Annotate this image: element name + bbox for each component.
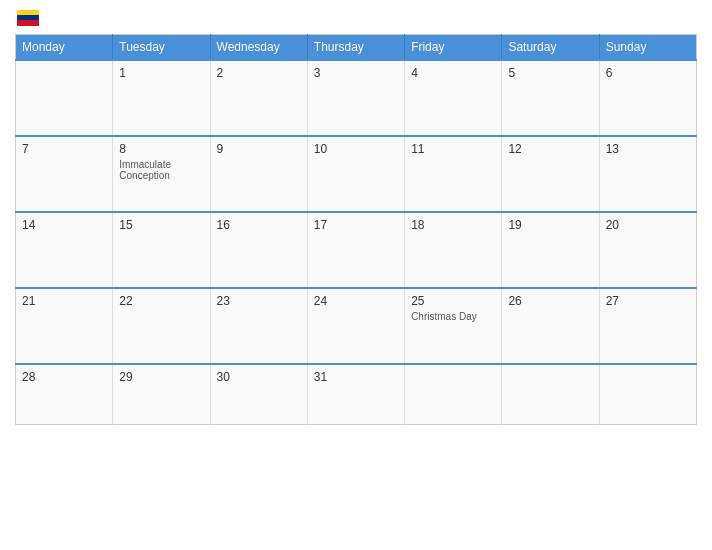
calendar-cell [16,60,113,136]
day-number: 6 [606,66,690,80]
calendar-cell: 6 [599,60,696,136]
day-number: 21 [22,294,106,308]
day-number: 30 [217,370,301,384]
day-number: 24 [314,294,398,308]
calendar-cell: 14 [16,212,113,288]
calendar-table: Monday Tuesday Wednesday Thursday Friday… [15,34,697,425]
holiday-label: Christmas Day [411,311,495,322]
day-number: 29 [119,370,203,384]
col-thursday: Thursday [307,35,404,61]
calendar-cell: 1 [113,60,210,136]
col-friday: Friday [405,35,502,61]
calendar-cell: 19 [502,212,599,288]
day-number: 17 [314,218,398,232]
logo [15,10,39,26]
day-number: 26 [508,294,592,308]
day-number: 22 [119,294,203,308]
day-number: 20 [606,218,690,232]
calendar-cell: 24 [307,288,404,364]
day-number: 7 [22,142,106,156]
calendar-cell: 18 [405,212,502,288]
calendar-cell: 4 [405,60,502,136]
day-number: 1 [119,66,203,80]
calendar-cell: 29 [113,364,210,424]
calendar-cell [599,364,696,424]
logo-flag-icon [17,10,39,26]
calendar-cell: 13 [599,136,696,212]
calendar-cell: 27 [599,288,696,364]
calendar-cell [405,364,502,424]
col-wednesday: Wednesday [210,35,307,61]
calendar-cell: 9 [210,136,307,212]
calendar-cell: 25Christmas Day [405,288,502,364]
svg-rect-2 [17,20,39,26]
day-number: 4 [411,66,495,80]
col-sunday: Sunday [599,35,696,61]
calendar-cell: 2 [210,60,307,136]
calendar-cell: 17 [307,212,404,288]
calendar-week-5: 28293031 [16,364,697,424]
calendar-cell: 11 [405,136,502,212]
calendar-cell: 20 [599,212,696,288]
calendar-week-4: 2122232425Christmas Day2627 [16,288,697,364]
calendar-cell: 31 [307,364,404,424]
col-saturday: Saturday [502,35,599,61]
calendar-cell: 12 [502,136,599,212]
calendar-cell: 3 [307,60,404,136]
day-number: 19 [508,218,592,232]
day-number: 28 [22,370,106,384]
day-number: 18 [411,218,495,232]
day-number: 14 [22,218,106,232]
day-number: 25 [411,294,495,308]
calendar-cell: 30 [210,364,307,424]
day-number: 10 [314,142,398,156]
day-number: 9 [217,142,301,156]
holiday-label: Immaculate Conception [119,159,203,181]
day-number: 23 [217,294,301,308]
calendar-cell: 22 [113,288,210,364]
calendar-cell: 26 [502,288,599,364]
day-number: 8 [119,142,203,156]
col-tuesday: Tuesday [113,35,210,61]
day-number: 27 [606,294,690,308]
calendar-week-3: 14151617181920 [16,212,697,288]
calendar-cell: 15 [113,212,210,288]
day-number: 16 [217,218,301,232]
calendar-week-1: 123456 [16,60,697,136]
calendar-cell: 21 [16,288,113,364]
calendar-cell: 23 [210,288,307,364]
day-number: 12 [508,142,592,156]
col-monday: Monday [16,35,113,61]
calendar-header-row: Monday Tuesday Wednesday Thursday Friday… [16,35,697,61]
day-number: 5 [508,66,592,80]
day-number: 15 [119,218,203,232]
calendar-cell: 10 [307,136,404,212]
calendar-cell: 8Immaculate Conception [113,136,210,212]
day-number: 13 [606,142,690,156]
calendar-cell: 7 [16,136,113,212]
calendar-cell: 5 [502,60,599,136]
calendar-week-2: 78Immaculate Conception910111213 [16,136,697,212]
svg-rect-1 [17,15,39,20]
calendar-cell [502,364,599,424]
calendar-header [15,10,697,26]
calendar-cell: 16 [210,212,307,288]
calendar-cell: 28 [16,364,113,424]
day-number: 2 [217,66,301,80]
day-number: 11 [411,142,495,156]
svg-rect-0 [17,10,39,15]
day-number: 31 [314,370,398,384]
day-number: 3 [314,66,398,80]
calendar-body: 12345678Immaculate Conception91011121314… [16,60,697,424]
